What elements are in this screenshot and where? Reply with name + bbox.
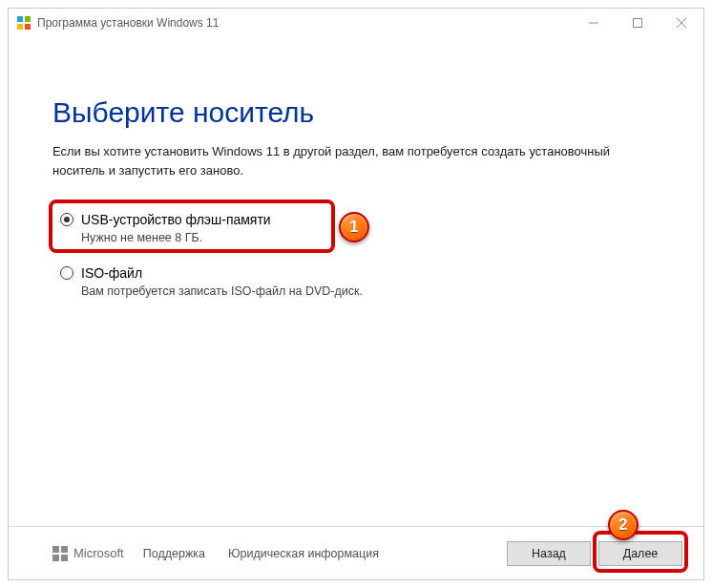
installer-window: Программа установки Windows 11 Выберите … [8,8,704,580]
app-icon [16,15,31,31]
content-area: Выберите носитель Если вы хотите установ… [9,37,703,304]
microsoft-icon [52,546,68,561]
nav-buttons: Назад Далее [507,541,682,566]
minimize-button[interactable] [572,9,616,37]
titlebar: Программа установки Windows 11 [9,9,703,37]
svg-rect-8 [52,546,59,553]
svg-rect-0 [17,16,23,22]
option-iso-label: ISO-файл [81,265,142,281]
microsoft-text: Microsoft [73,546,124,560]
close-button[interactable] [660,9,703,37]
svg-rect-10 [52,555,59,561]
svg-rect-1 [25,16,31,22]
microsoft-logo: Microsoft [52,546,124,561]
svg-rect-2 [17,24,23,30]
media-options: USB-устройство флэш-памяти Нужно не мене… [60,206,660,304]
legal-link[interactable]: Юридическая информация [228,547,379,560]
option-usb-label: USB-устройство флэш-памяти [81,212,271,227]
window-title: Программа установки Windows 11 [37,16,219,30]
next-button[interactable]: Далее [598,541,682,566]
maximize-button[interactable] [616,9,660,37]
option-usb[interactable]: USB-устройство флэш-памяти Нужно не мене… [60,206,660,250]
svg-rect-3 [25,24,31,30]
svg-rect-5 [634,19,642,28]
back-button[interactable]: Назад [507,541,591,566]
option-iso-desc: Вам потребуется записать ISO-файл на DVD… [81,284,660,298]
page-title: Выберите носитель [52,96,660,129]
svg-rect-9 [61,546,68,553]
svg-rect-11 [61,555,68,561]
radio-usb[interactable] [60,213,73,226]
radio-iso[interactable] [60,266,73,280]
footer: Microsoft Поддержка Юридическая информац… [9,526,703,579]
page-subtext: Если вы хотите установить Windows 11 в д… [52,142,660,179]
option-iso[interactable]: ISO-файл Вам потребуется записать ISO-фа… [60,260,660,304]
option-usb-desc: Нужно не менее 8 ГБ. [81,231,660,244]
support-link[interactable]: Поддержка [143,547,205,560]
titlebar-controls [572,9,703,37]
